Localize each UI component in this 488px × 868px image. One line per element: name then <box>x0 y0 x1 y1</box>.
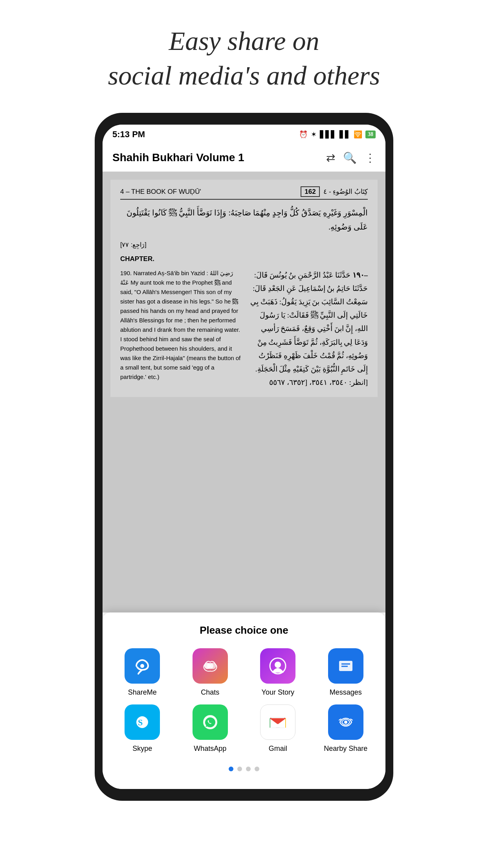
share-item-gmail[interactable]: Gmail <box>248 704 308 753</box>
skype-icon: S <box>125 704 160 740</box>
search-icon[interactable]: 🔍 <box>343 151 357 164</box>
share-sheet: Please choice one ShareMe <box>103 612 385 789</box>
reference1: [رَاجِع: ٧٧] <box>120 240 368 250</box>
dot-1 <box>229 767 233 771</box>
svg-point-3 <box>207 663 213 669</box>
whatsapp-icon <box>193 704 228 740</box>
swap-icon[interactable]: ⇄ <box>326 151 335 164</box>
pagination-dots <box>112 761 376 777</box>
svg-text:S: S <box>138 717 143 727</box>
skype-label: Skype <box>132 745 152 753</box>
book-content: 4 – THE BOOK OF WUḌŪ' كِتَابُ الوُضُوءِ … <box>103 172 385 612</box>
share-item-messages[interactable]: Messages <box>316 648 376 697</box>
share-item-chats[interactable]: Chats <box>180 648 240 697</box>
shareme-label: ShareMe <box>128 688 157 697</box>
status-icons: ⏰ ✶ ▋▋▋ ▋▋ 🛜 38 <box>299 130 376 139</box>
bluetooth-icon: ✶ <box>311 130 317 139</box>
messages-label: Messages <box>330 688 362 697</box>
nearby-icon <box>328 704 363 740</box>
signal-icon: ▋▋▋ <box>320 130 336 139</box>
chapter-heading: CHAPTER. <box>120 254 368 264</box>
gmail-icon <box>260 704 295 740</box>
story-label: Your Story <box>262 688 294 697</box>
share-item-nearby[interactable]: Nearby Share <box>316 704 376 753</box>
chats-label: Chats <box>201 688 219 697</box>
shareme-icon <box>125 648 160 684</box>
chapter-right: كِتَابُ الوُضُوءِ - ٤ 162 <box>301 188 368 196</box>
share-item-shareme[interactable]: ShareMe <box>112 648 172 697</box>
wifi-icon: 🛜 <box>354 130 362 139</box>
share-item-your-story[interactable]: Your Story <box>248 648 308 697</box>
status-time: 5:13 PM <box>112 129 145 140</box>
alarm-icon: ⏰ <box>299 130 308 139</box>
share-item-skype[interactable]: S Skype <box>112 704 172 753</box>
header-line2: social media's and others <box>108 61 380 90</box>
phone-frame: 5:13 PM ⏰ ✶ ▋▋▋ ▋▋ 🛜 38 Shahih Bukhari V… <box>95 113 393 801</box>
header-line1: Easy share on <box>169 26 319 56</box>
nearby-label: Nearby Share <box>324 745 367 753</box>
gmail-label: Gmail <box>269 745 287 753</box>
english-hadith: 190. Narrated Aṣ-Sā'ib bin Yazid : رَضِي… <box>120 268 241 390</box>
promo-header: Easy share on social media's and others <box>108 24 380 93</box>
app-title: Shahih Bukhari Volume 1 <box>112 151 318 164</box>
chapter-left: 4 – THE BOOK OF WUḌŪ' <box>120 188 201 196</box>
svg-point-0 <box>140 664 144 668</box>
more-icon[interactable]: ⋮ <box>365 151 376 164</box>
signal2-icon: ▋▋ <box>339 130 350 139</box>
whatsapp-label: WhatsApp <box>194 745 226 753</box>
share-item-whatsapp[interactable]: WhatsApp <box>180 704 240 753</box>
dot-2 <box>237 767 242 771</box>
messages-icon <box>328 648 363 684</box>
svg-point-15 <box>344 721 347 724</box>
app-bar: Shahih Bukhari Volume 1 ⇄ 🔍 ⋮ <box>103 144 385 172</box>
page-number: 162 <box>301 186 319 197</box>
arabic-top-text: الْمِسْوَرِ وَغَيْرِهِ يَصَدَّقُ كُلُّ و… <box>120 206 368 234</box>
dot-4 <box>255 767 259 771</box>
arabic-hadith: –١٩٠ حَدَّثَنَا عَبْدُ الرَّحْمَنِ بنُ ي… <box>247 268 368 390</box>
share-row-2: S Skype WhatsApp <box>112 704 376 753</box>
share-title: Please choice one <box>112 624 376 636</box>
battery-level: 38 <box>365 131 376 138</box>
dot-3 <box>246 767 251 771</box>
status-bar: 5:13 PM ⏰ ✶ ▋▋▋ ▋▋ 🛜 38 <box>103 125 385 144</box>
story-icon <box>260 648 295 684</box>
svg-point-5 <box>275 662 281 668</box>
chats-icon <box>193 648 228 684</box>
share-row-1: ShareMe Chats <box>112 648 376 697</box>
